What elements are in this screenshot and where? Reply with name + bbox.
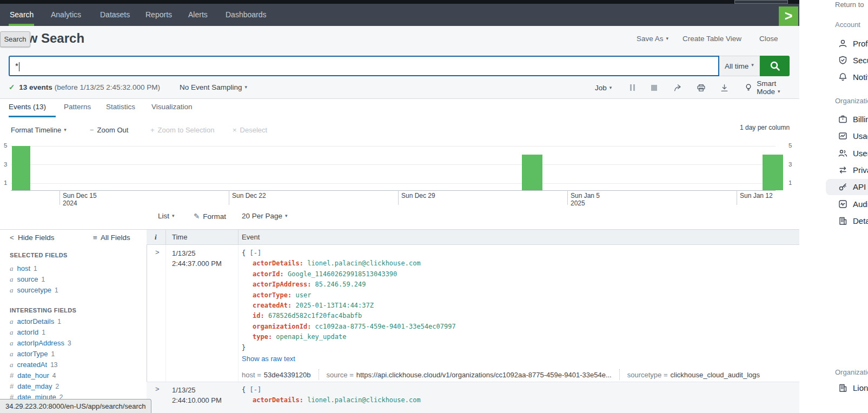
week-tick (567, 190, 568, 205)
field-actorid[interactable]: aactorId1 (10, 328, 45, 337)
search-submit-button[interactable] (760, 56, 790, 76)
nav-item-alerts[interactable]: Alerts (188, 4, 208, 26)
sidebar-item-api-keys[interactable]: API keys (838, 182, 868, 191)
nav-item-datasets[interactable]: Datasets (100, 4, 130, 26)
field-source[interactable]: asource1 (10, 275, 45, 284)
pause-job-icon[interactable] (630, 84, 635, 91)
x-icon (233, 126, 237, 134)
hide-fields-button[interactable]: Hide Fields (10, 234, 54, 242)
header-col-divider (165, 230, 166, 245)
event-count: 13 events (19, 83, 52, 91)
shield-check-icon (838, 56, 847, 65)
event-json: { [-] actorDetails: lionel.palacin@click… (242, 248, 760, 381)
collapse-json-link[interactable]: [-] (249, 386, 261, 394)
job-status-row: 13 events (before 1/13/25 2:45:32.000 PM… (9, 83, 247, 91)
event-timeline-chart (11, 139, 776, 191)
ytick-right-5: 5 (789, 142, 792, 149)
timeline-bar[interactable] (763, 155, 783, 190)
job-menu[interactable]: Job (595, 84, 612, 92)
print-job-icon[interactable] (697, 83, 706, 92)
browser-address-bar-fragment (734, 0, 788, 4)
field-sourcetype[interactable]: asourcetype1 (10, 286, 58, 295)
interesting-fields-title: INTERESTING FIELDS (10, 307, 76, 314)
magnifier-icon (770, 61, 780, 71)
format-results-button[interactable]: Format (194, 212, 226, 221)
splunk-logo-icon[interactable]: > (779, 6, 798, 26)
gridline-3 (11, 164, 776, 165)
expand-event-chevron[interactable]: > (155, 248, 160, 256)
meta-sourcetype-value[interactable]: clickhouse_cloud_audit_logs (671, 370, 760, 380)
per-page-dropdown[interactable]: 20 Per Page (242, 212, 288, 220)
ytick-left-5: 5 (4, 142, 7, 149)
search-query-input[interactable]: * (9, 56, 719, 76)
sidebar-item-billing[interactable]: Billing (838, 115, 868, 124)
search-hover-tooltip: Search (0, 31, 30, 47)
tab-statistics[interactable]: Statistics (106, 103, 135, 111)
bell-icon (838, 72, 847, 82)
meta-source-value[interactable]: https://api.clickhouse.cloud/v1/organiza… (356, 370, 612, 380)
nav-item-reports[interactable]: Reports (145, 4, 172, 26)
field-actortype[interactable]: aactorType1 (10, 350, 55, 358)
meta-separator (619, 369, 620, 380)
timeline-scale-note: 1 day per column (740, 124, 790, 131)
field-actordetails[interactable]: aactorDetails1 (10, 317, 61, 326)
meta-separator (319, 369, 319, 380)
field-date-mday[interactable]: #date_mday2 (10, 382, 59, 390)
active-tab-underline (9, 116, 56, 117)
return-to-link[interactable]: Return to (835, 1, 864, 9)
tab-events[interactable]: Events (13) (9, 103, 46, 111)
sidebar-item-private-endpoints[interactable]: Private endpoints (838, 165, 868, 175)
smart-mode-dropdown[interactable]: Smart Mode (757, 79, 799, 96)
xlabel-dec29: Sun Dec 29 (401, 192, 435, 199)
collapse-json-link[interactable]: [-] (249, 249, 261, 257)
nav-item-dashboards[interactable]: Dashboards (226, 4, 267, 26)
field-createdat[interactable]: acreatedAt13 (10, 361, 58, 369)
format-timeline-dropdown[interactable]: Format Timeline (11, 126, 67, 134)
clickhouse-console-sidebar: Return to Account Profile Security Notif… (799, 0, 868, 413)
splunk-app-window: Search Analytics Datasets Reports Alerts… (0, 0, 799, 413)
stop-job-icon[interactable] (651, 85, 657, 91)
export-job-icon[interactable] (720, 83, 729, 92)
field-date-hour[interactable]: #date_hour4 (10, 371, 56, 379)
event-count-detail: (before 1/13/25 2:45:32.000 PM) (55, 83, 160, 91)
xlabel-jan5: Sun Jan 52025 (571, 192, 600, 207)
zoom-to-selection-button[interactable]: Zoom to Selection (150, 126, 214, 134)
billing-icon (838, 115, 847, 124)
list-view-dropdown[interactable]: List (158, 212, 175, 220)
nav-item-search[interactable]: Search (10, 4, 34, 26)
browser-status-url: 34.29.223.20:8000/en-US/app/search/searc… (0, 399, 151, 413)
ytick-right-1: 1 (789, 179, 792, 186)
sidebar-item-organization-lionel[interactable]: Lionel (838, 383, 868, 392)
sidebar-item-profile[interactable]: Profile (838, 39, 868, 48)
save-as-button[interactable]: Save As (637, 35, 668, 43)
tab-patterns[interactable]: Patterns (64, 103, 91, 111)
event-sampling-dropdown[interactable]: No Event Sampling (180, 83, 247, 91)
meta-host-value[interactable]: 53de4339120b (264, 370, 311, 380)
sidebar-item-notifications[interactable]: Notifications (838, 72, 868, 82)
sidebar-item-security[interactable]: Security (838, 56, 868, 65)
building-icon (838, 216, 847, 225)
nav-item-analytics[interactable]: Analytics (51, 4, 81, 26)
create-table-view-button[interactable]: Create Table View (683, 35, 741, 43)
week-tick (59, 190, 60, 205)
field-host[interactable]: ahost1 (10, 264, 37, 273)
timeline-bar[interactable] (12, 146, 30, 190)
field-actoripaddress[interactable]: aactorIpAddress3 (10, 339, 71, 348)
plus-icon (150, 126, 155, 134)
expand-event-chevron[interactable]: > (155, 385, 160, 393)
all-fields-button[interactable]: All Fields (93, 234, 130, 242)
show-raw-text-link[interactable]: Show as raw text (242, 354, 760, 364)
search-mode-bulb-icon (744, 83, 753, 92)
timeline-bar[interactable] (522, 155, 542, 190)
sidebar-item-usage[interactable]: Usage (838, 131, 868, 141)
share-job-icon[interactable] (673, 83, 683, 92)
close-button[interactable]: Close (759, 35, 778, 43)
sidebar-item-details[interactable]: Details (838, 216, 868, 225)
sidebar-item-users[interactable]: Users (838, 149, 868, 158)
time-range-picker[interactable]: All time (719, 56, 760, 76)
tab-visualization[interactable]: Visualization (151, 103, 193, 111)
deselect-button[interactable]: Deselect (233, 126, 267, 134)
ytick-left-3: 3 (4, 161, 7, 168)
zoom-out-button[interactable]: Zoom Out (90, 126, 128, 134)
sidebar-item-audit[interactable]: Audit (838, 199, 868, 209)
